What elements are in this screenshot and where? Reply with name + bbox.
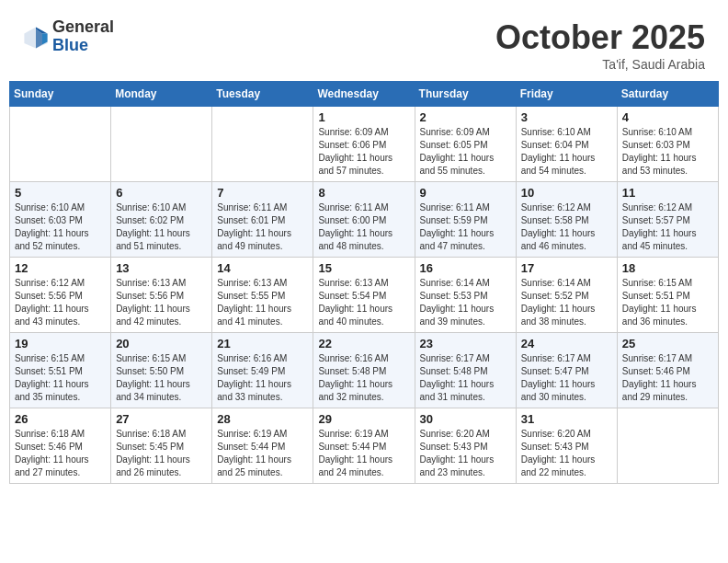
day-number: 22 [318,337,409,350]
day-number: 27 [116,412,207,426]
day-number: 26 [15,412,106,426]
calendar-cell: 18Sunrise: 6:15 AM Sunset: 5:51 PM Dayli… [617,258,718,333]
calendar-cell [212,107,313,182]
calendar-cell: 7Sunrise: 6:11 AM Sunset: 6:01 PM Daylig… [212,182,313,258]
day-number: 4 [622,110,713,124]
calendar-cell: 8Sunrise: 6:11 AM Sunset: 6:00 PM Daylig… [313,182,415,258]
day-info: Sunrise: 6:14 AM Sunset: 5:52 PM Dayligh… [521,277,612,328]
day-info: Sunrise: 6:19 AM Sunset: 5:44 PM Dayligh… [217,428,308,479]
calendar-cell: 31Sunrise: 6:20 AM Sunset: 5:43 PM Dayli… [516,408,617,484]
calendar-cell: 30Sunrise: 6:20 AM Sunset: 5:43 PM Dayli… [415,408,516,484]
day-number: 10 [521,186,612,200]
weekday-label: Saturday [617,82,718,107]
calendar-cell: 1Sunrise: 6:09 AM Sunset: 6:06 PM Daylig… [313,107,415,182]
day-info: Sunrise: 6:10 AM Sunset: 6:02 PM Dayligh… [116,201,207,253]
calendar-cell: 12Sunrise: 6:12 AM Sunset: 5:56 PM Dayli… [10,258,111,333]
calendar-cell: 5Sunrise: 6:10 AM Sunset: 6:03 PM Daylig… [10,182,111,258]
weekday-label: Thursday [415,82,516,107]
day-number: 23 [420,337,511,350]
day-number: 15 [318,261,409,275]
calendar-cell: 10Sunrise: 6:12 AM Sunset: 5:58 PM Dayli… [516,182,617,258]
weekday-label: Friday [516,82,617,107]
day-number: 28 [217,412,308,426]
day-info: Sunrise: 6:11 AM Sunset: 5:59 PM Dayligh… [420,201,511,253]
calendar-cell: 11Sunrise: 6:12 AM Sunset: 5:57 PM Dayli… [617,182,718,258]
calendar-body: 1Sunrise: 6:09 AM Sunset: 6:06 PM Daylig… [10,107,719,484]
day-info: Sunrise: 6:11 AM Sunset: 6:00 PM Dayligh… [318,201,409,253]
day-info: Sunrise: 6:18 AM Sunset: 5:46 PM Dayligh… [15,428,106,479]
day-info: Sunrise: 6:10 AM Sunset: 6:04 PM Dayligh… [521,126,612,178]
calendar-week-row: 1Sunrise: 6:09 AM Sunset: 6:06 PM Daylig… [10,107,719,182]
calendar-cell: 22Sunrise: 6:16 AM Sunset: 5:48 PM Dayli… [313,333,415,408]
day-info: Sunrise: 6:11 AM Sunset: 6:01 PM Dayligh… [217,201,308,253]
day-number: 8 [318,186,409,200]
weekday-header: SundayMondayTuesdayWednesdayThursdayFrid… [10,82,719,107]
calendar-cell: 27Sunrise: 6:18 AM Sunset: 5:45 PM Dayli… [111,408,212,484]
logo: General Blue [23,18,114,55]
calendar-cell [617,408,718,484]
day-number: 20 [116,337,207,350]
day-number: 2 [420,110,511,124]
calendar-cell: 25Sunrise: 6:17 AM Sunset: 5:46 PM Dayli… [617,333,718,408]
calendar-cell: 16Sunrise: 6:14 AM Sunset: 5:53 PM Dayli… [415,258,516,333]
day-info: Sunrise: 6:15 AM Sunset: 5:51 PM Dayligh… [15,352,106,404]
day-number: 24 [521,337,612,350]
calendar-cell: 20Sunrise: 6:15 AM Sunset: 5:50 PM Dayli… [111,333,212,408]
weekday-label: Monday [111,82,212,107]
day-info: Sunrise: 6:13 AM Sunset: 5:56 PM Dayligh… [116,277,207,328]
calendar-header-row: SundayMondayTuesdayWednesdayThursdayFrid… [10,82,719,107]
calendar-cell: 17Sunrise: 6:14 AM Sunset: 5:52 PM Dayli… [516,258,617,333]
day-number: 29 [318,412,409,426]
day-number: 6 [116,186,207,200]
day-info: Sunrise: 6:13 AM Sunset: 5:55 PM Dayligh… [217,277,308,328]
title-block: October 2025 Ta'if, Saudi Arabia [495,18,705,72]
day-number: 30 [420,412,511,426]
day-number: 3 [521,110,612,124]
weekday-label: Sunday [10,82,111,107]
calendar-cell: 15Sunrise: 6:13 AM Sunset: 5:54 PM Dayli… [313,258,415,333]
weekday-label: Wednesday [313,82,415,107]
day-info: Sunrise: 6:16 AM Sunset: 5:48 PM Dayligh… [318,352,409,404]
day-number: 25 [622,337,713,350]
day-number: 31 [521,412,612,426]
day-number: 9 [420,186,511,200]
day-info: Sunrise: 6:10 AM Sunset: 6:03 PM Dayligh… [15,201,106,253]
day-number: 17 [521,261,612,275]
calendar-cell: 2Sunrise: 6:09 AM Sunset: 6:05 PM Daylig… [415,107,516,182]
day-info: Sunrise: 6:15 AM Sunset: 5:50 PM Dayligh… [116,352,207,404]
calendar-cell: 6Sunrise: 6:10 AM Sunset: 6:02 PM Daylig… [111,182,212,258]
day-info: Sunrise: 6:18 AM Sunset: 5:45 PM Dayligh… [116,428,207,479]
day-number: 16 [420,261,511,275]
day-info: Sunrise: 6:12 AM Sunset: 5:56 PM Dayligh… [15,277,106,328]
day-number: 1 [318,110,409,124]
day-info: Sunrise: 6:09 AM Sunset: 6:06 PM Dayligh… [318,126,409,178]
calendar-week-row: 12Sunrise: 6:12 AM Sunset: 5:56 PM Dayli… [10,258,719,333]
day-info: Sunrise: 6:17 AM Sunset: 5:46 PM Dayligh… [622,352,713,404]
day-number: 14 [217,261,308,275]
day-info: Sunrise: 6:17 AM Sunset: 5:47 PM Dayligh… [521,352,612,404]
day-info: Sunrise: 6:12 AM Sunset: 5:58 PM Dayligh… [521,201,612,253]
calendar-cell: 21Sunrise: 6:16 AM Sunset: 5:49 PM Dayli… [212,333,313,408]
calendar-cell: 14Sunrise: 6:13 AM Sunset: 5:55 PM Dayli… [212,258,313,333]
day-number: 12 [15,261,106,275]
day-info: Sunrise: 6:14 AM Sunset: 5:53 PM Dayligh… [420,277,511,328]
calendar-cell: 4Sunrise: 6:10 AM Sunset: 6:03 PM Daylig… [617,107,718,182]
location: Ta'if, Saudi Arabia [495,57,705,72]
logo-text: General Blue [52,18,114,55]
day-info: Sunrise: 6:10 AM Sunset: 6:03 PM Dayligh… [622,126,713,178]
day-info: Sunrise: 6:12 AM Sunset: 5:57 PM Dayligh… [622,201,713,253]
calendar-cell [10,107,111,182]
day-info: Sunrise: 6:15 AM Sunset: 5:51 PM Dayligh… [622,277,713,328]
calendar-week-row: 19Sunrise: 6:15 AM Sunset: 5:51 PM Dayli… [10,333,719,408]
day-info: Sunrise: 6:19 AM Sunset: 5:44 PM Dayligh… [318,428,409,479]
day-number: 11 [622,186,713,200]
calendar-cell: 9Sunrise: 6:11 AM Sunset: 5:59 PM Daylig… [415,182,516,258]
calendar-cell: 13Sunrise: 6:13 AM Sunset: 5:56 PM Dayli… [111,258,212,333]
calendar-cell: 26Sunrise: 6:18 AM Sunset: 5:46 PM Dayli… [10,408,111,484]
month-title: October 2025 [495,18,705,57]
calendar-cell [111,107,212,182]
calendar-week-row: 5Sunrise: 6:10 AM Sunset: 6:03 PM Daylig… [10,182,719,258]
day-info: Sunrise: 6:16 AM Sunset: 5:49 PM Dayligh… [217,352,308,404]
day-number: 18 [622,261,713,275]
page-wrapper: General Blue October 2025 Ta'if, Saudi A… [9,9,719,484]
